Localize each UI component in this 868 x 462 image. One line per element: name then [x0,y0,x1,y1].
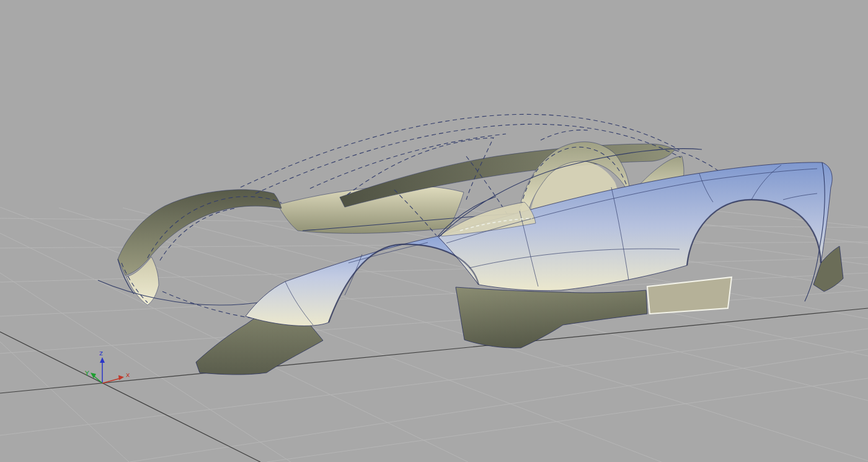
perspective-viewport[interactable]: z Y x [0,0,868,462]
viewport-background [0,0,868,462]
z-axis-label: z [99,349,103,357]
y-axis-label: Y [84,370,89,378]
viewport-canvas[interactable]: z Y x [0,0,868,462]
x-axis-label: x [126,371,130,379]
